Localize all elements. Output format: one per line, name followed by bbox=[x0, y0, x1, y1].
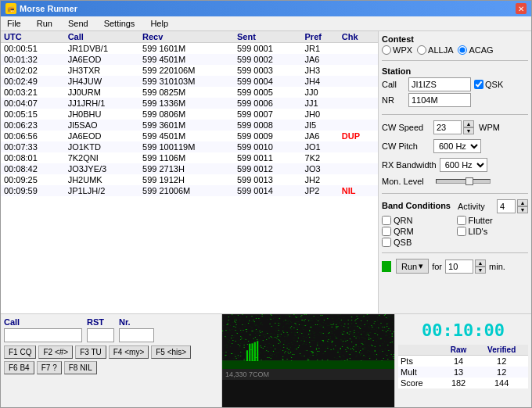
divider3 bbox=[382, 193, 528, 194]
cw-speed-up[interactable]: ▲ bbox=[463, 120, 474, 127]
cell-sent: 599 0006 bbox=[234, 98, 302, 109]
activity-label: Activity bbox=[458, 202, 495, 211]
cell-recv: 599 1912H bbox=[139, 174, 234, 185]
call-field[interactable] bbox=[408, 77, 471, 91]
fn-btn-f1[interactable]: F1 CQ bbox=[4, 345, 36, 359]
cell-chk bbox=[339, 43, 378, 55]
run-button[interactable]: Run ▾ bbox=[396, 259, 429, 274]
cell-chk bbox=[339, 152, 378, 163]
activity-up[interactable]: ▲ bbox=[517, 199, 528, 206]
fn-btn-f8[interactable]: F8 NIL bbox=[64, 361, 97, 374]
cw-pitch-select[interactable]: 600 Hz 700 Hz 800 Hz bbox=[433, 139, 481, 153]
cell-chk bbox=[339, 98, 378, 109]
table-row: 00:09:59 JP1LJH/2 599 21006M 599 0014 JP… bbox=[1, 185, 378, 196]
cell-sent: 599 0009 bbox=[234, 131, 302, 141]
allja-radio[interactable] bbox=[417, 45, 426, 55]
menu-settings[interactable]: Settings bbox=[101, 18, 138, 29]
flutter-checkbox-group: Flutter bbox=[457, 216, 529, 225]
cw-speed-input[interactable] bbox=[433, 120, 462, 134]
rx-bw-select[interactable]: 600 Hz 800 Hz bbox=[440, 158, 487, 172]
menu-run[interactable]: Run bbox=[34, 18, 56, 29]
cell-pref: JR1 bbox=[302, 43, 339, 55]
mon-level-thumb[interactable] bbox=[466, 177, 473, 185]
fn-btn-f6[interactable]: F6 B4 bbox=[4, 361, 34, 374]
menu-file[interactable]: File bbox=[4, 18, 24, 29]
table-row: 00:08:42 JO3JYE/3 599 2713H 599 0012 JO3 bbox=[1, 163, 378, 174]
rst-input[interactable] bbox=[87, 328, 114, 342]
close-button[interactable]: ✕ bbox=[516, 3, 527, 14]
table-row: 00:00:51 JR1DVB/1 599 1601M 599 0001 JR1 bbox=[1, 43, 378, 55]
timer-display: 00:10:00 bbox=[398, 317, 528, 343]
cell-utc: 00:08:01 bbox=[1, 152, 65, 163]
cell-pref: JA6 bbox=[302, 131, 339, 141]
call-input[interactable] bbox=[4, 328, 82, 342]
minutes-up[interactable]: ▲ bbox=[475, 259, 486, 267]
flutter-label: Flutter bbox=[469, 216, 493, 225]
col-call: Call bbox=[65, 31, 139, 43]
wpx-label: WPX bbox=[393, 45, 412, 55]
cell-sent: 599 0005 bbox=[234, 87, 302, 98]
score-raw-header: Raw bbox=[442, 345, 476, 356]
activity-input[interactable] bbox=[497, 199, 516, 213]
qsb-checkbox[interactable] bbox=[382, 238, 391, 247]
contest-acag[interactable]: ACAG bbox=[458, 45, 493, 55]
minutes-down[interactable]: ▼ bbox=[475, 267, 486, 274]
acag-radio[interactable] bbox=[458, 45, 467, 55]
cell-call: JH4JUW bbox=[65, 76, 139, 87]
cell-recv: 599 1336M bbox=[139, 98, 234, 109]
run-play-button[interactable] bbox=[382, 261, 391, 272]
band-conditions-section: Band Conditions Activity ▲ ▼ bbox=[382, 199, 528, 247]
fn-btn-f7[interactable]: F7 ? bbox=[37, 361, 62, 374]
band-conditions-label: Band Conditions bbox=[382, 201, 451, 210]
contest-wpx[interactable]: WPX bbox=[382, 45, 412, 55]
nr-input[interactable] bbox=[119, 328, 154, 342]
cell-recv: 599 4501M bbox=[139, 131, 234, 141]
nr-field[interactable] bbox=[408, 93, 471, 107]
wpx-radio[interactable] bbox=[382, 45, 391, 55]
contest-section: Contest WPX ALLJA ACAG bbox=[382, 34, 528, 55]
lids-label: LID's bbox=[469, 227, 488, 236]
fn-btn-f4[interactable]: F4 <my> bbox=[109, 345, 149, 359]
menu-help[interactable]: Help bbox=[147, 18, 171, 29]
cell-utc: 00:05:15 bbox=[1, 109, 65, 120]
cell-utc: 00:06:56 bbox=[1, 131, 65, 141]
fn-btn-f2[interactable]: F2 <#> bbox=[38, 345, 73, 359]
run-label: Run bbox=[401, 262, 417, 271]
fn-btn-f5[interactable]: F5 <his> bbox=[151, 345, 191, 359]
activity-down[interactable]: ▼ bbox=[517, 206, 528, 213]
app-icon: 📻 bbox=[5, 3, 16, 14]
min-label: min. bbox=[489, 262, 505, 271]
cell-pref: JH2 bbox=[302, 174, 339, 185]
flutter-checkbox[interactable] bbox=[457, 216, 466, 225]
run-dropdown-icon[interactable]: ▾ bbox=[419, 261, 423, 271]
cell-recv: 599 0806M bbox=[139, 109, 234, 120]
qsk-checkbox[interactable] bbox=[474, 80, 483, 89]
cell-call: JR1DVB/1 bbox=[65, 43, 139, 55]
pts-label: Pts bbox=[398, 356, 442, 367]
cell-recv: 599 2713H bbox=[139, 163, 234, 174]
mon-level-label: Mon. Level bbox=[382, 177, 430, 186]
qrm-checkbox-group: QRM bbox=[382, 227, 454, 236]
lids-checkbox[interactable] bbox=[457, 227, 466, 236]
cw-speed-down[interactable]: ▼ bbox=[463, 127, 474, 134]
qsb-label: QSB bbox=[394, 238, 412, 247]
mon-level-slider-track[interactable] bbox=[436, 179, 491, 184]
cell-utc: 00:01:32 bbox=[1, 54, 65, 65]
pts-raw: 14 bbox=[442, 356, 476, 367]
cell-utc: 00:02:02 bbox=[1, 65, 65, 76]
minutes-input[interactable] bbox=[445, 259, 473, 274]
cell-sent: 599 0014 bbox=[234, 185, 302, 196]
call-row: Call QSK bbox=[382, 77, 528, 91]
menu-send[interactable]: Send bbox=[65, 18, 92, 29]
contest-allja[interactable]: ALLJA bbox=[417, 45, 453, 55]
cw-pitch-row: CW Pitch 600 Hz 700 Hz 800 Hz bbox=[382, 139, 528, 153]
qrn-checkbox[interactable] bbox=[382, 216, 391, 225]
freq-text: 14,330 7COM bbox=[225, 370, 269, 378]
cw-speed-spinner-buttons: ▲ ▼ bbox=[463, 120, 474, 134]
cell-sent: 599 0013 bbox=[234, 174, 302, 185]
call-input-group: Call bbox=[4, 317, 82, 342]
qrm-checkbox[interactable] bbox=[382, 227, 391, 236]
fn-btn-f3[interactable]: F3 TU bbox=[75, 345, 106, 359]
col-sent: Sent bbox=[234, 31, 302, 43]
cell-pref: JJ1 bbox=[302, 98, 339, 109]
